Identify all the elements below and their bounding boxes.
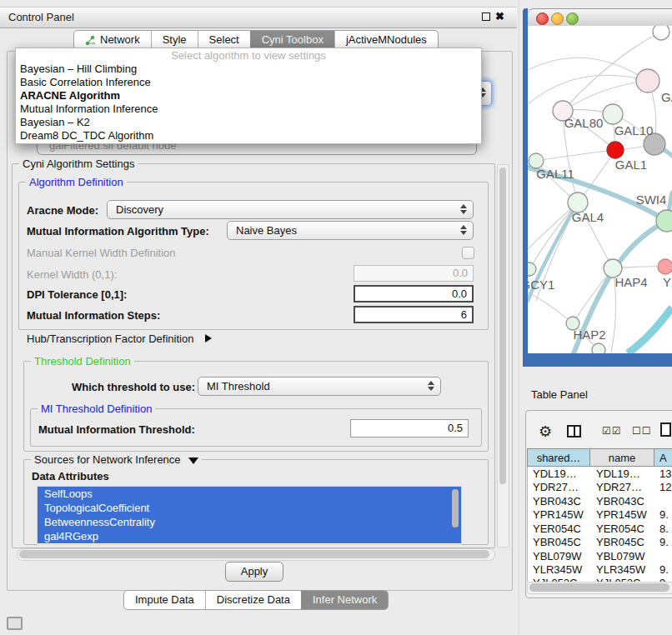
- node-label: GAL: [661, 90, 672, 104]
- stepper-icon: [460, 225, 467, 235]
- dpi-tolerance-label: DPI Tolerance [0,1]:: [27, 288, 127, 301]
- algorithm-dropdown-popup: Select algorithm to view settings Bayesi…: [15, 48, 482, 144]
- mi-type-combo[interactable]: Naive Bayes: [227, 221, 474, 240]
- network-window-frame-bottom: [523, 353, 672, 367]
- table-row[interactable]: YDL19…: [533, 468, 577, 481]
- table-hscrollbar[interactable]: [527, 582, 672, 594]
- node-swi4[interactable]: [656, 210, 672, 232]
- node-label: GAL10: [614, 123, 654, 138]
- columns-icon[interactable]: [567, 425, 581, 438]
- page-icon[interactable]: [660, 422, 671, 437]
- node-partial-top[interactable]: [653, 26, 669, 40]
- teal-edge: [628, 308, 672, 353]
- mi-threshold-field[interactable]: 0.5: [350, 419, 469, 438]
- dpi-tolerance-field[interactable]: 0.0: [354, 285, 474, 302]
- kernel-width-label: Kernel Width (0,1):: [27, 268, 117, 281]
- network-window-titlebar[interactable]: [528, 8, 672, 28]
- panel-divider[interactable]: [519, 0, 519, 635]
- table-row[interactable]: YPR145W: [533, 508, 584, 522]
- control-panel-titlebar: Control Panel: [0, 7, 517, 28]
- tab-infer-network[interactable]: Infer Network: [301, 591, 388, 609]
- kernel-width-field[interactable]: 0.0: [354, 265, 474, 282]
- dropdown-placeholder: Select algorithm to view settings: [16, 48, 481, 62]
- node-gal10[interactable]: [603, 104, 623, 124]
- zoom-traffic-light[interactable]: [566, 12, 579, 25]
- table-row[interactable]: YDR27…: [533, 481, 579, 494]
- expander-expanded-icon: [188, 458, 198, 464]
- tab-network-label: Network: [100, 31, 140, 49]
- bottom-tabbar: Impute Data Discretize Data Infer Networ…: [123, 590, 389, 610]
- node-salmon[interactable]: [658, 259, 672, 274]
- table-row[interactable]: YLR345W: [533, 563, 582, 577]
- settings-vscrollbar[interactable]: [497, 164, 509, 548]
- mi-type-label: Mutual Information Algorithm Type:: [27, 225, 209, 238]
- gear-icon[interactable]: ⚙: [539, 422, 552, 441]
- which-threshold-label: Which threshold to use:: [72, 381, 195, 393]
- aracne-mode-combo[interactable]: Discovery: [107, 200, 474, 219]
- node-label: GAL80: [564, 116, 604, 130]
- apply-button[interactable]: Apply: [225, 562, 283, 582]
- tab-jactivemnodules[interactable]: jActiveMNodules: [334, 31, 438, 49]
- tab-discretize-data[interactable]: Discretize Data: [205, 591, 301, 609]
- node-gal-partial[interactable]: [636, 69, 659, 92]
- node-label: Y: [663, 275, 671, 289]
- node-label: HAP2: [573, 328, 605, 342]
- checked-checkboxes-icon[interactable]: ☑☑: [602, 425, 622, 437]
- algorithm-definition-title: Algorithm Definition: [26, 176, 127, 188]
- which-threshold-combo[interactable]: MI Threshold: [198, 377, 441, 396]
- settings-hscrollbar[interactable]: [17, 548, 495, 561]
- table-body: YDL19… YDL19… 13 YDR27… YDR27… 12 YBR043…: [527, 467, 672, 582]
- collapsed-panel-icon[interactable]: [7, 617, 23, 630]
- hub-factor-expander[interactable]: Hub/Transcription Factor Definition: [27, 332, 212, 345]
- node-partial-bottom[interactable]: [592, 343, 605, 353]
- attribute-item[interactable]: BetweennessCentrality: [38, 515, 461, 529]
- tab-select[interactable]: Select: [198, 31, 250, 49]
- unchecked-checkboxes-icon[interactable]: ☐☐: [632, 425, 652, 437]
- node-gcy1[interactable]: [528, 262, 536, 276]
- dropdown-item[interactable]: Dream8 DC_TDC Algorithm: [16, 129, 481, 142]
- panel-title: Control Panel: [8, 11, 74, 23]
- manual-kernel-checkbox[interactable]: [462, 247, 474, 259]
- dropdown-item[interactable]: Bayesian – K2: [16, 116, 481, 129]
- close-icon[interactable]: ✖: [495, 10, 504, 22]
- table-row[interactable]: YBR043C: [533, 495, 581, 508]
- column-header-shared[interactable]: shared…: [527, 448, 590, 467]
- minimize-traffic-light[interactable]: [551, 12, 564, 25]
- tab-network[interactable]: Network: [74, 31, 151, 49]
- attribute-item[interactable]: TopologicalCoefficient: [38, 501, 461, 515]
- mi-threshold-label: Mutual Information Threshold:: [38, 423, 195, 436]
- tab-style[interactable]: Style: [151, 31, 198, 49]
- table-row[interactable]: YER054C: [533, 522, 581, 536]
- table-panel-title: Table Panel: [531, 388, 588, 401]
- float-window-icon[interactable]: [482, 12, 490, 21]
- column-header-partial[interactable]: A: [654, 448, 672, 467]
- mi-steps-field[interactable]: 6: [354, 306, 474, 323]
- dropdown-item[interactable]: Mutual Information Inference: [16, 102, 481, 116]
- table-row[interactable]: YBR045C: [533, 536, 581, 549]
- dropdown-item[interactable]: Bayesian – Hill Climbing: [16, 62, 481, 76]
- node-label: GAL4: [572, 210, 604, 224]
- tab-cyni-toolbox[interactable]: Cyni Toolbox: [250, 31, 334, 49]
- settings-hscrollbar-thumb[interactable]: [19, 550, 489, 558]
- node-gal1-selected[interactable]: [607, 142, 624, 158]
- network-graph: GAL GAL80 GAL10 GAL1 GAL11 GAL4 SWI4 GCY…: [528, 26, 672, 353]
- stepper-icon: [460, 204, 467, 214]
- attribute-item[interactable]: gal4RGexp: [38, 529, 461, 543]
- aracne-mode-label: Aracne Mode:: [27, 204, 98, 217]
- close-traffic-light[interactable]: [536, 12, 549, 25]
- table-row[interactable]: YBL079W: [533, 550, 582, 563]
- column-header-name[interactable]: name: [590, 448, 654, 467]
- dropdown-item-selected[interactable]: ARACNE Algorithm: [16, 89, 481, 102]
- node-label: GCY1: [528, 278, 554, 292]
- tab-impute-data[interactable]: Impute Data: [124, 591, 205, 609]
- attribute-item[interactable]: SelfLoops: [38, 487, 461, 501]
- network-icon: [85, 35, 96, 46]
- data-attributes-label: Data Attributes: [32, 470, 109, 482]
- network-canvas[interactable]: GAL GAL80 GAL10 GAL1 GAL11 GAL4 SWI4 GCY…: [528, 26, 672, 353]
- attributes-vscrollbar-thumb[interactable]: [452, 489, 459, 528]
- mi-threshold-group-title: MI Threshold Definition: [38, 402, 155, 415]
- settings-group-title: Cyni Algorithm Settings: [19, 158, 138, 170]
- settings-vscrollbar-thumb[interactable]: [499, 168, 506, 484]
- table-hscrollbar-thumb[interactable]: [529, 583, 669, 592]
- dropdown-item[interactable]: Basic Correlation Inference: [16, 76, 481, 89]
